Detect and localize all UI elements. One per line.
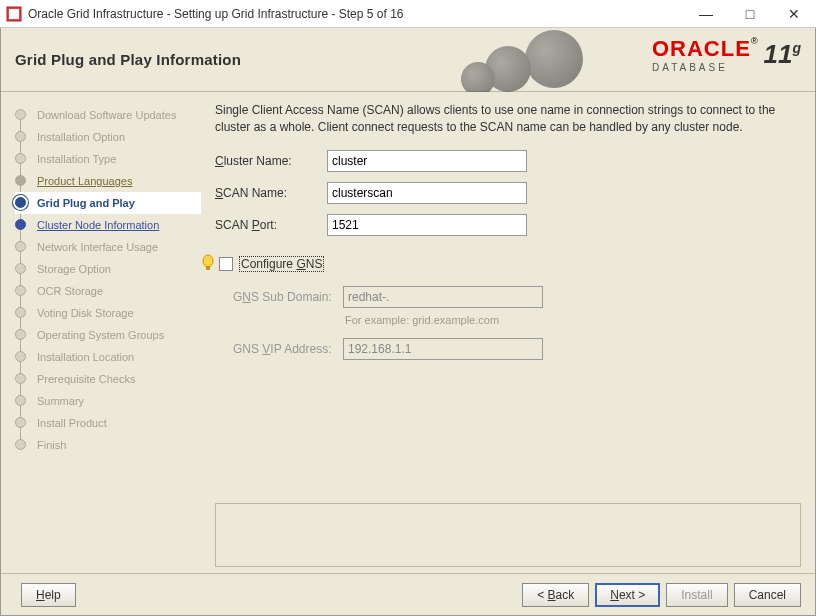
svg-rect-1 (9, 9, 19, 19)
brand-logo: ORACLE® DATABASE 11g (652, 36, 801, 73)
minimize-button[interactable]: — (684, 0, 728, 28)
scan-port-input[interactable] (327, 214, 527, 236)
step-label: Grid Plug and Play (37, 197, 135, 209)
step-dot-icon (15, 153, 26, 164)
step-dot-icon (15, 439, 26, 450)
step-dot-icon (15, 197, 26, 208)
message-area (215, 503, 801, 567)
next-button[interactable]: Next > (595, 583, 660, 607)
wizard-sidebar: Download Software UpdatesInstallation Op… (1, 92, 209, 573)
step-dot-icon (15, 351, 26, 362)
cluster-name-label: Cluster Name: (215, 154, 327, 168)
step-dot-icon (15, 241, 26, 252)
step-summary: Summary (15, 390, 201, 412)
step-dot-icon (15, 417, 26, 428)
step-dot-icon (15, 285, 26, 296)
step-installation-type: Installation Type (15, 148, 201, 170)
step-ocr-storage: OCR Storage (15, 280, 201, 302)
step-dot-icon (15, 109, 26, 120)
step-cluster-node-information[interactable]: Cluster Node Information (15, 214, 201, 236)
gns-sub-domain-label: GNS Sub Domain: (233, 290, 343, 304)
step-label: Voting Disk Storage (37, 307, 134, 319)
step-label: Storage Option (37, 263, 111, 275)
configure-gns-checkbox[interactable] (219, 257, 233, 271)
gns-sub-domain-input (343, 286, 543, 308)
step-installation-option: Installation Option (15, 126, 201, 148)
step-product-languages[interactable]: Product Languages (15, 170, 201, 192)
step-dot-icon (15, 263, 26, 274)
step-label: Product Languages (37, 175, 132, 187)
step-label: OCR Storage (37, 285, 103, 297)
step-install-product: Install Product (15, 412, 201, 434)
cluster-name-input[interactable] (327, 150, 527, 172)
step-label: Download Software Updates (37, 109, 176, 121)
svg-point-2 (203, 255, 213, 267)
cancel-button[interactable]: Cancel (734, 583, 801, 607)
page-title: Grid Plug and Play Information (15, 51, 241, 68)
description-text: Single Client Access Name (SCAN) allows … (215, 102, 801, 136)
step-label: Installation Location (37, 351, 134, 363)
step-operating-system-groups: Operating System Groups (15, 324, 201, 346)
step-dot-icon (15, 219, 26, 230)
step-label: Install Product (37, 417, 107, 429)
step-label: Network Interface Usage (37, 241, 158, 253)
gns-example-text: For example: grid.example.com (215, 314, 801, 326)
svg-rect-3 (206, 266, 210, 270)
scan-port-label: SCAN Port: (215, 218, 327, 232)
step-finish: Finish (15, 434, 201, 456)
lightbulb-icon (201, 254, 215, 274)
configure-gns-label: Configure GNS (239, 257, 324, 271)
gns-vip-input (343, 338, 543, 360)
step-label: Installation Type (37, 153, 116, 165)
step-label: Installation Option (37, 131, 125, 143)
step-label: Operating System Groups (37, 329, 164, 341)
window-title: Oracle Grid Infrastructure - Setting up … (28, 7, 684, 21)
step-grid-plug-and-play: Grid Plug and Play (15, 192, 201, 214)
help-button[interactable]: Help (21, 583, 76, 607)
step-dot-icon (15, 307, 26, 318)
step-label: Summary (37, 395, 84, 407)
header: Grid Plug and Play Information ORACLE® D… (1, 28, 815, 92)
install-button: Install (666, 583, 727, 607)
app-icon (6, 6, 22, 22)
step-dot-icon (15, 175, 26, 186)
scan-name-label: SCAN Name: (215, 186, 327, 200)
step-network-interface-usage: Network Interface Usage (15, 236, 201, 258)
step-label: Cluster Node Information (37, 219, 159, 231)
scan-name-input[interactable] (327, 182, 527, 204)
step-dot-icon (15, 373, 26, 384)
gns-vip-label: GNS VIP Address: (233, 342, 343, 356)
maximize-button[interactable]: □ (728, 0, 772, 28)
step-dot-icon (15, 131, 26, 142)
close-button[interactable]: ✕ (772, 0, 816, 28)
step-dot-icon (15, 329, 26, 340)
back-button[interactable]: < Back (522, 583, 589, 607)
step-voting-disk-storage: Voting Disk Storage (15, 302, 201, 324)
step-download-software-updates: Download Software Updates (15, 104, 201, 126)
step-dot-icon (15, 395, 26, 406)
step-label: Prerequisite Checks (37, 373, 135, 385)
button-bar: Help < Back Next > Install Cancel (1, 573, 815, 615)
step-label: Finish (37, 439, 66, 451)
step-installation-location: Installation Location (15, 346, 201, 368)
content-area: Single Client Access Name (SCAN) allows … (209, 92, 815, 573)
step-prerequisite-checks: Prerequisite Checks (15, 368, 201, 390)
step-storage-option: Storage Option (15, 258, 201, 280)
titlebar: Oracle Grid Infrastructure - Setting up … (0, 0, 816, 28)
gear-decoration (455, 28, 615, 92)
